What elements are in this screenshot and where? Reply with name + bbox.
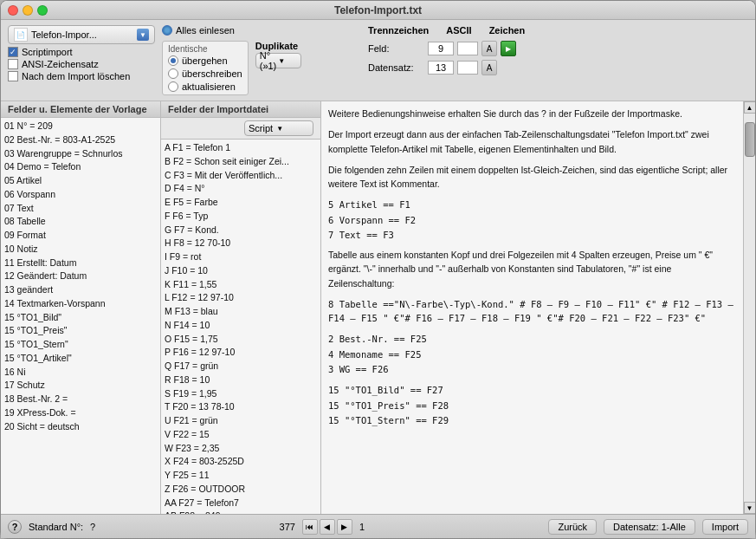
list-item[interactable]: 20 Sicht = deutsch xyxy=(4,420,157,434)
list-item[interactable]: Q F17 = grün xyxy=(165,360,317,373)
list-item[interactable]: V F22 = 15 xyxy=(165,428,317,442)
ueberschreiben-row[interactable]: überschreiben xyxy=(168,68,242,79)
uebgehen-row[interactable]: übergehen xyxy=(168,55,242,66)
list-item[interactable]: R F18 = 10 xyxy=(165,373,317,387)
aktualisieren-radio[interactable] xyxy=(168,81,178,92)
scroll-thumb[interactable] xyxy=(745,122,755,157)
doc-button[interactable]: 📄 Telefon-Impor... ▼ xyxy=(8,25,155,44)
list-item[interactable]: D F4 = N° xyxy=(165,182,317,196)
right-code-line: 15 "°TO1_Bild" == F27 xyxy=(328,383,736,397)
ueberschreiben-radio[interactable] xyxy=(168,68,178,79)
nach-import-checkbox[interactable] xyxy=(8,71,18,81)
maximize-button[interactable] xyxy=(37,5,48,16)
right-code-line: 7 Text == F3 xyxy=(328,228,736,242)
list-item[interactable]: T F20 = 13 78-10 xyxy=(165,400,317,414)
list-item[interactable]: 05 Artikel xyxy=(4,174,157,188)
list-item[interactable]: 02 Best.-Nr. = 803-A1-2525 xyxy=(4,133,157,147)
nach-import-row[interactable]: Nach dem Import löschen xyxy=(8,71,155,81)
right-code-line: 15 "°TO1_Stern" == F29 xyxy=(328,413,736,427)
page-value: 1 xyxy=(359,522,365,532)
list-item[interactable]: 08 Tabelle xyxy=(4,215,157,229)
uebgehen-radio[interactable] xyxy=(168,55,178,66)
list-item[interactable]: O F15 = 1,75 xyxy=(165,333,317,347)
list-item[interactable]: S F19 = 1,95 xyxy=(165,387,317,401)
list-item[interactable]: X F24 = 803-2525D xyxy=(165,455,317,469)
list-item[interactable]: G F7 = Kond. xyxy=(165,224,317,237)
toolbar: 📄 Telefon-Impor... ▼ ✓ Scriptimport ANSI… xyxy=(1,20,755,101)
import-button[interactable]: Import xyxy=(702,519,748,535)
list-item[interactable]: 17 Schutz xyxy=(4,379,157,393)
datensatz-ascii-input[interactable] xyxy=(457,61,478,75)
list-item[interactable]: A F1 = Telefon 1 xyxy=(165,141,317,155)
list-item[interactable]: 15 °TO1_Bild" xyxy=(4,311,157,325)
list-item[interactable]: 13 geändert xyxy=(4,283,157,297)
list-item[interactable]: C F3 = Mit der Veröffentlich... xyxy=(165,169,317,183)
list-item[interactable]: U F21 = grün xyxy=(165,414,317,428)
list-item[interactable]: Z F26 = OUTDOOR xyxy=(165,483,317,497)
scriptimport-checkbox[interactable]: ✓ xyxy=(8,47,18,57)
scroll-down-arrow[interactable]: ▼ xyxy=(744,502,756,514)
right-scrollbar[interactable]: ▲ ▼ xyxy=(743,101,755,514)
list-item[interactable]: 01 N° = 209 xyxy=(4,120,157,133)
list-item[interactable]: 18 Best.-Nr. 2 = xyxy=(4,393,157,406)
list-item[interactable]: P F16 = 12 97-10 xyxy=(165,346,317,360)
ansi-row[interactable]: ANSI-Zeichensatz xyxy=(8,59,155,69)
list-item[interactable]: J F10 = 10 xyxy=(165,264,317,278)
list-item[interactable]: N F14 = 10 xyxy=(165,319,317,333)
datensatz-input[interactable] xyxy=(428,61,454,75)
spacer xyxy=(328,326,736,331)
list-item[interactable]: W F23 = 2,35 xyxy=(165,442,317,456)
list-item[interactable]: H F8 = 12 70-10 xyxy=(165,237,317,250)
datensatz-btn[interactable]: Datensatz: 1-Alle xyxy=(604,519,695,535)
nav-first-button[interactable]: ⏮ xyxy=(302,519,318,535)
feld-icon-btn[interactable]: A xyxy=(481,41,497,56)
list-item[interactable]: 15 °TO1_Preis" xyxy=(4,324,157,338)
list-item[interactable]: 14 Textmarken-Vorspann xyxy=(4,297,157,311)
list-item[interactable]: F F6 = Typ xyxy=(165,210,317,224)
list-item[interactable]: AA F27 = Telefon7 xyxy=(165,497,317,510)
list-item[interactable]: K F11 = 1,55 xyxy=(165,278,317,292)
datensatz-icon-btn[interactable]: A xyxy=(481,60,497,75)
list-item[interactable]: M F13 = blau xyxy=(165,305,317,319)
help-button[interactable]: ? xyxy=(8,520,22,534)
scriptimport-row[interactable]: ✓ Scriptimport xyxy=(8,47,155,57)
feld-ascii-input[interactable] xyxy=(457,42,478,55)
scroll-up-arrow[interactable]: ▲ xyxy=(744,101,756,114)
feld-input[interactable] xyxy=(428,42,454,55)
dropdown-value: N° (»1) xyxy=(260,50,278,71)
ansi-checkbox[interactable] xyxy=(8,59,18,69)
list-item[interactable]: 04 Demo = Telefon xyxy=(4,160,157,174)
list-item[interactable]: L F12 = 12 97-10 xyxy=(165,291,317,305)
duplikate-section: Duplikate N° (»1) ▼ xyxy=(255,41,301,68)
list-item[interactable]: I F9 = rot xyxy=(165,250,317,264)
nav-prev-button[interactable]: ◀ xyxy=(320,519,335,535)
list-item[interactable]: 15 °TO1_Artikel" xyxy=(4,352,157,366)
list-item[interactable]: E F5 = Farbe xyxy=(165,196,317,210)
list-item[interactable]: 06 Vorspann xyxy=(4,188,157,202)
list-item[interactable]: 16 Ni xyxy=(4,366,157,380)
dropdown-select[interactable]: N° (»1) ▼ xyxy=(255,53,301,68)
left-list[interactable]: 01 N° = 20902 Best.-Nr. = 803-A1-252503 … xyxy=(1,118,160,514)
list-item[interactable]: 07 Text xyxy=(4,202,157,216)
nav-next-button[interactable]: ▶ xyxy=(337,519,352,535)
list-item[interactable]: 15 °TO1_Stern" xyxy=(4,338,157,352)
list-item[interactable]: B F2 = Schon seit einiger Zei... xyxy=(165,155,317,169)
doc-button-arrow[interactable]: ▼ xyxy=(137,29,149,41)
list-item[interactable]: 03 Warengruppe = Schnurlos xyxy=(4,147,157,161)
aktualisieren-row[interactable]: aktualisieren xyxy=(168,81,242,92)
feld-green-btn[interactable]: ▶ xyxy=(501,41,516,56)
middle-list[interactable]: A F1 = Telefon 1B F2 = Schon seit einige… xyxy=(161,140,320,514)
alles-einlesen-radio[interactable] xyxy=(162,25,172,36)
right-panel-content: Weitere Bedienungshinweise erhalten Sie … xyxy=(321,101,755,514)
minimize-button[interactable] xyxy=(23,5,33,16)
back-button[interactable]: Zurück xyxy=(548,519,597,535)
list-item[interactable]: 10 Notiz xyxy=(4,243,157,257)
right-code-line: 8 Tabelle =="N\-Farbe\-Typ\-Kond." # F8 … xyxy=(328,297,736,326)
list-item[interactable]: Y F25 = 11 xyxy=(165,469,317,483)
list-item[interactable]: 09 Format xyxy=(4,229,157,243)
list-item[interactable]: 12 Geändert: Datum xyxy=(4,270,157,283)
list-item[interactable]: 19 XPress-Dok. = xyxy=(4,406,157,420)
script-select[interactable]: Script ▼ xyxy=(244,120,313,136)
list-item[interactable]: 11 Erstellt: Datum xyxy=(4,257,157,270)
close-button[interactable] xyxy=(8,5,18,16)
